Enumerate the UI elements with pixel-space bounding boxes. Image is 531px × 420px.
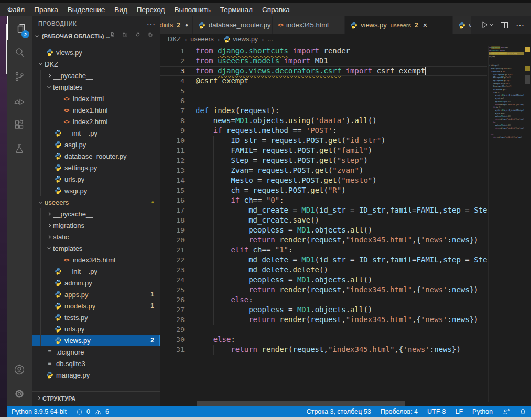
breadcrumb-label: useeers xyxy=(190,36,213,43)
file-icon xyxy=(53,175,63,183)
line-number: 19 xyxy=(160,225,196,235)
status-language[interactable]: Python xyxy=(468,406,497,417)
tab-database_roouter.py[interactable]: database_roouter.py xyxy=(193,16,273,34)
indent-guide xyxy=(196,116,196,126)
breadcrumb-separator: › xyxy=(218,36,220,43)
status-notifications[interactable] xyxy=(515,406,531,417)
code-text: Mesto = request.POST.get("mesto") xyxy=(196,176,377,184)
more-actions-icon[interactable]: ··· xyxy=(516,20,524,30)
tree-item-migrations[interactable]: migrations xyxy=(32,219,160,231)
indent-guide xyxy=(231,315,231,325)
indent-guide xyxy=(196,195,196,205)
menu-item[interactable]: Выделение xyxy=(63,3,110,16)
tree-item-urls.py[interactable]: urls.py xyxy=(32,323,160,335)
tree-item-DKZ[interactable]: DKZ xyxy=(32,58,160,70)
tree-item-static[interactable]: static xyxy=(32,231,160,242)
status-problems[interactable]: 06 xyxy=(71,406,114,417)
tree-item-urls.py[interactable]: urls.py xyxy=(32,173,160,185)
menu-item[interactable]: Правка xyxy=(29,3,63,16)
menu-item[interactable]: Вид xyxy=(110,3,132,16)
tree-item-views.py[interactable]: views.py2 xyxy=(32,335,160,346)
tree-item-__pycache__[interactable]: __pycache__ xyxy=(32,70,160,81)
menu-item[interactable]: Выполнить xyxy=(169,3,215,16)
indent-guide xyxy=(231,255,231,265)
new-file-icon[interactable] xyxy=(110,31,119,41)
tree-item-__pycache__[interactable]: __pycache__ xyxy=(32,208,160,219)
line-number: 6 xyxy=(160,96,196,106)
menu-item[interactable]: Терминал xyxy=(215,3,257,16)
menu-item[interactable]: Справка xyxy=(257,3,295,16)
tree-item-index345.html[interactable]: <>index345.html xyxy=(32,254,160,266)
tree-item-manage.py[interactable]: manage.py xyxy=(32,369,160,381)
explorer-more-actions-icon[interactable]: ··· xyxy=(147,19,156,28)
tree-item-templates[interactable]: templates xyxy=(32,242,160,254)
code-editor[interactable]: 1from django.shortcuts import render2fro… xyxy=(160,45,487,406)
tree-item-views.py[interactable]: views.py xyxy=(32,47,160,58)
tree-item-__init__.py[interactable]: __init__.py xyxy=(32,127,160,139)
status-eol[interactable]: LF xyxy=(450,406,468,417)
breadcrumb-item-useeers[interactable]: useeers xyxy=(190,36,213,43)
tree-item-tests.py[interactable]: tests.py xyxy=(32,312,160,323)
activity-testing[interactable] xyxy=(7,137,32,161)
breadcrumb-item-views.py[interactable]: views.py xyxy=(223,36,258,43)
run-button[interactable] xyxy=(480,20,493,29)
activity-account[interactable] xyxy=(7,358,32,382)
minimap[interactable]: from django.shortcuts import renderfrom … xyxy=(488,46,524,402)
tree-item-label: tests.py xyxy=(64,314,88,322)
tab-index345.html[interactable]: <>index345.html xyxy=(273,16,345,34)
desktop-bottom-strip xyxy=(0,417,531,420)
code-text: from django.shortcuts import render xyxy=(196,47,350,55)
menu-item[interactable]: Файл xyxy=(3,3,29,16)
tree-item-wsgi.py[interactable]: wsgi.py xyxy=(32,185,160,196)
breadcrumb-item-...[interactable]: ... xyxy=(267,36,273,43)
tree-item-settings.py[interactable]: settings.py xyxy=(32,162,160,173)
status-feedback[interactable] xyxy=(497,406,515,417)
activity-search[interactable] xyxy=(7,40,32,64)
code-line-12: 12 Step = request.POST.get("step") xyxy=(160,156,487,165)
refresh-icon[interactable] xyxy=(135,31,144,41)
tab-vie[interactable]: vie xyxy=(453,16,472,34)
tree-item-db.sqlite3[interactable]: ≡db.sqlite3 xyxy=(32,358,160,369)
activity-settings[interactable] xyxy=(7,382,32,406)
tree-item-label: urls.py xyxy=(64,325,84,333)
tree-item-index2.html[interactable]: <>index2.html xyxy=(32,116,160,127)
code-line-1: 1from django.shortcuts import render xyxy=(160,46,487,56)
split-editor-icon[interactable] xyxy=(501,22,508,28)
tree-item-index1.html[interactable]: <>index1.html xyxy=(32,104,160,116)
activity-extensions[interactable] xyxy=(7,113,32,137)
tree-item-asgi.py[interactable]: asgi.py xyxy=(32,139,160,150)
outline-section-header[interactable]: СТРУКТУРА xyxy=(32,391,160,405)
tree-item-useeers[interactable]: useeers● xyxy=(32,196,160,208)
menu-item[interactable]: Переход xyxy=(132,3,170,16)
tree-item-.dcignore[interactable]: ≡.dcignore xyxy=(32,346,160,358)
tree-item-index.html[interactable]: <>index.html xyxy=(32,93,160,104)
explorer-sidebar: ПРОВОДНИК ··· (РАБОЧАЯ ОБЛАСТЬ) ... view… xyxy=(32,16,160,406)
activity-badge: 2 xyxy=(21,30,29,38)
activity-run-debug[interactable] xyxy=(7,89,32,113)
new-folder-icon[interactable] xyxy=(122,31,132,41)
tree-item-models.py[interactable]: models.py1 xyxy=(32,300,160,312)
activity-source-control[interactable] xyxy=(7,64,32,89)
code-line-10: 10 ID_str = request.POST.get("id_str") xyxy=(160,136,487,146)
tree-item-apps.py[interactable]: apps.py1 xyxy=(32,289,160,300)
tree-item-admin.py[interactable]: admin.py xyxy=(32,277,160,289)
tab-views.py[interactable]: views.pyuseeers2× xyxy=(345,16,453,34)
breadcrumb-item-DKZ[interactable]: DKZ xyxy=(168,36,181,43)
dirty-indicator-icon[interactable]: ● xyxy=(185,22,188,28)
file-icon: <> xyxy=(61,96,71,102)
workspace-section-header[interactable]: (РАБОЧАЯ ОБЛАСТЬ) ... xyxy=(32,30,160,42)
status-python-version[interactable]: Python 3.9.5 64-bit xyxy=(7,406,71,417)
collapse-all-icon[interactable] xyxy=(147,31,157,41)
tree-indent-guide xyxy=(49,116,49,127)
status-encoding[interactable]: UTF-8 xyxy=(422,406,450,417)
status-cursor-position[interactable]: Строка 3, столбец 53 xyxy=(302,406,376,417)
tree-item-templates[interactable]: templates xyxy=(32,81,160,93)
extensions-icon xyxy=(13,118,26,131)
code-text: else: xyxy=(196,335,235,344)
tree-item-__init__.py[interactable]: __init__.py xyxy=(32,266,160,277)
tab-diiits[interactable]: diiits2● xyxy=(160,16,193,34)
tree-item-database_roouter.py[interactable]: database_roouter.py xyxy=(32,150,160,162)
status-indentation[interactable]: Пробелов: 4 xyxy=(376,406,422,417)
close-icon[interactable]: × xyxy=(423,21,427,29)
activity-explorer[interactable]: 2 xyxy=(7,16,32,40)
